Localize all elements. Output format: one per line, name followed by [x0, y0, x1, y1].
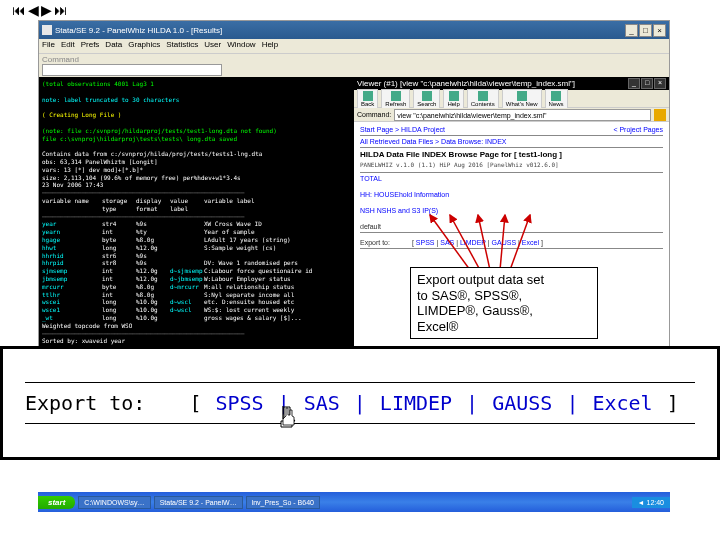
term-obs: (total observations 4001 Lag3 1 [42, 80, 351, 88]
term-note-trunc: note: label truncated to 30 characters [42, 96, 351, 104]
windows-taskbar: start C:\WINDOWS\sy… Stata/SE 9.2 - Pane… [38, 492, 670, 512]
addr-input[interactable]: view "c:\panelwhiz\hilda\viewer\temp_ind… [394, 109, 651, 121]
zoom-export-row: Export to: [ SPSS | SAS | LIMDEP | GAUSS… [25, 383, 695, 423]
window-title: Stata/SE 9.2 - PanelWhiz HILDA 1.0 - [Re… [55, 26, 624, 35]
term-var-table: yearstr4%9sXW Cross Wave IDyearnint%tyYe… [42, 220, 351, 321]
menu-file[interactable]: File [42, 40, 55, 52]
export-label: Export to: [360, 239, 390, 246]
page-subheading: PANELWHIZ v.1.0 (1.1) HiP Aug 2016 [Pane… [360, 161, 663, 168]
tb-contents[interactable]: Contents [467, 89, 499, 109]
term-date: 23 Nov 2006 17:43 [42, 181, 351, 189]
skip-back-icon[interactable]: ⏮ [12, 2, 26, 18]
term-file-path: file c:\svnproj\hildarproj\tests\tests\ … [42, 135, 351, 143]
viewer-max[interactable]: □ [641, 78, 653, 89]
play-forward-icon[interactable]: ▶ [41, 2, 52, 18]
term-file-note: (note: file c:/svnproj/hildarproj/tests/… [42, 127, 351, 135]
media-player-controls: ⏮ ◀ ▶ ⏭ [12, 2, 68, 18]
play-back-icon[interactable]: ◀ [28, 2, 39, 18]
go-icon[interactable] [654, 109, 666, 121]
pointer-cursor-icon [277, 405, 299, 431]
export-opt-limdep[interactable]: LIMDEP [460, 239, 486, 246]
tb-search[interactable]: Search [413, 89, 440, 109]
tb-back[interactable]: Back [357, 89, 378, 109]
addr-label: Command: [357, 111, 391, 118]
menu-user[interactable]: User [204, 40, 221, 52]
link-default: default [360, 223, 663, 230]
term-contains: Contains data from c:/svnproj/hilda/proj… [42, 150, 351, 158]
tb-help[interactable]: Help [443, 89, 463, 109]
crumb-left[interactable]: Start Page > HILDA Project [360, 126, 445, 133]
zoom-opt-sas[interactable]: SAS [304, 391, 340, 415]
export-opt-spss[interactable]: SPSS [416, 239, 435, 246]
export-opt-sas[interactable]: SAS [440, 239, 454, 246]
page-heading: HILDA Data File INDEX Browse Page for [ … [360, 150, 663, 159]
window-titlebar: Stata/SE 9.2 - PanelWhiz HILDA 1.0 - [Re… [39, 21, 669, 39]
command-input[interactable] [42, 64, 222, 76]
system-tray[interactable]: ◄ 12:40 [632, 497, 670, 508]
tb-news[interactable]: News [545, 89, 568, 109]
start-button[interactable]: start [38, 496, 75, 509]
term-creating: ( Creating Long File ) [42, 111, 351, 119]
taskbar-item-2[interactable]: Stata/SE 9.2 - PanelW… [154, 496, 243, 509]
viewer-toolbar: Back Refresh Search Help Contents What's… [354, 90, 669, 108]
menu-edit[interactable]: Edit [61, 40, 75, 52]
link-nsh[interactable]: NSH NSHS and S3 IP(S) [360, 207, 663, 214]
zoom-opt-spss[interactable]: SPSS [215, 391, 263, 415]
zoom-export-label: Export to: [25, 391, 145, 415]
export-opt-gauss[interactable]: GAUSS [492, 239, 517, 246]
callout-line4: Excel® [417, 319, 591, 335]
term-weighted: Weighted topcode from WSO [42, 322, 351, 330]
term-size-line: size: 2,113,104 (99.6% of memory free) p… [42, 174, 351, 182]
maximize-button[interactable]: □ [639, 24, 652, 37]
viewer-title: Viewer (#1) [view "c:\panelwhiz\hilda\vi… [357, 79, 627, 88]
callout-line3: LIMDEP®, Gauss®, [417, 303, 591, 319]
menu-help[interactable]: Help [262, 40, 278, 52]
menu-statistics[interactable]: Statistics [166, 40, 198, 52]
menu-graphics[interactable]: Graphics [128, 40, 160, 52]
viewer-close[interactable]: × [654, 78, 666, 89]
zoom-opt-limdep[interactable]: LIMDEP [380, 391, 452, 415]
link-hh[interactable]: HH: HOUSEhold Information [360, 191, 663, 198]
taskbar-item-1[interactable]: C:\WINDOWS\sy… [78, 496, 150, 509]
menu-window[interactable]: Window [227, 40, 255, 52]
viewer-address-bar: Command: view "c:\panelwhiz\hilda\viewer… [354, 108, 669, 122]
zoom-opt-excel[interactable]: Excel [592, 391, 652, 415]
export-opt-excel[interactable]: Excel [522, 239, 539, 246]
term-header-row: variable namestorage typedisplay formatv… [42, 197, 351, 213]
close-button[interactable]: × [653, 24, 666, 37]
tb-refresh[interactable]: Refresh [381, 89, 410, 109]
zoom-panel: Export to: [ SPSS | SAS | LIMDEP | GAUSS… [0, 346, 720, 460]
skip-forward-icon[interactable]: ⏭ [54, 2, 68, 18]
crumb-right[interactable]: < Project Pages [613, 126, 663, 133]
menu-data[interactable]: Data [105, 40, 122, 52]
term-sorted: Sorted by: xwaveid year [42, 337, 351, 345]
callout-box: Export output data set to SAS®, SPSS®, L… [410, 267, 598, 339]
viewer-min[interactable]: _ [628, 78, 640, 89]
callout-line1: Export output data set [417, 272, 591, 288]
minimize-button[interactable]: _ [625, 24, 638, 37]
callout-line2: to SAS®, SPSS®, [417, 288, 591, 304]
tb-whatsnew[interactable]: What's New [502, 89, 542, 109]
crumb-2[interactable]: All Retrieved Data Files > Data Browse: … [360, 138, 506, 145]
command-area: Command [39, 53, 669, 77]
zoom-opt-gauss[interactable]: GAUSS [492, 391, 552, 415]
export-row-small: Export to: [ SPSS | SAS | LIMDEP | GAUSS… [360, 239, 663, 246]
term-obs-line: obs: 63,314 PanelWhiztm [Longit] [42, 158, 351, 166]
menu-prefs[interactable]: Prefs [81, 40, 100, 52]
link-total[interactable]: TOTAL [360, 175, 663, 182]
app-icon [42, 25, 52, 35]
command-label: Command [42, 55, 666, 64]
menubar: File Edit Prefs Data Graphics Statistics… [39, 39, 669, 53]
term-vars-line: vars: 13 [*] dev mod]+[*.b]* [42, 166, 351, 174]
taskbar-item-3[interactable]: lnv_Pres_So - B640 [246, 496, 320, 509]
